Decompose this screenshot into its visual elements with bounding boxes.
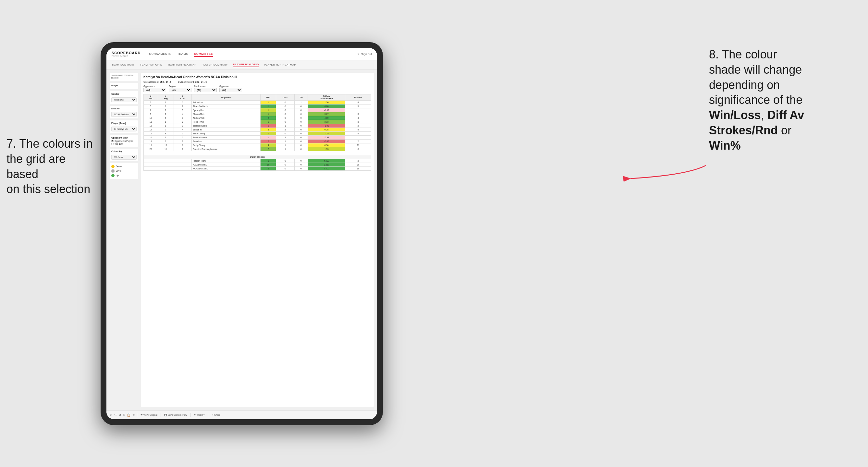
nav-committee[interactable]: COMMITTEE xyxy=(194,52,213,57)
table-row: 14 7 4 Eunice Yi 2 2 0 0.38 9 xyxy=(144,128,371,132)
table-row: NAIA Division 1 15 0 0 9.267 30 xyxy=(144,163,371,167)
toolbar-sep-4 xyxy=(208,413,208,417)
sub-nav: TEAM SUMMARY TEAM H2H GRID TEAM H2H HEAT… xyxy=(106,60,377,69)
filter-row: Opponents: (All) Region (All) Conference xyxy=(144,85,371,92)
col-header-tie: Tie xyxy=(294,94,308,101)
right-arrow xyxy=(621,159,712,185)
col-header-opponent: Opponent xyxy=(192,94,260,101)
legend-dot-up xyxy=(111,174,115,177)
nav-teams[interactable]: TEAMS xyxy=(177,52,188,57)
save-custom-view-btn[interactable]: 💾 Save Custom View xyxy=(163,413,188,417)
division-select[interactable]: NCAA Division III xyxy=(111,112,136,117)
share-icon: ↗ xyxy=(212,414,214,416)
sidebar-colour-by-section: Colour by Win/loss xyxy=(110,149,138,161)
table-row: 5 2 2 Alexis Sudjianto 1 0 0 4.00 3 xyxy=(144,104,371,108)
col-header-rounds: Rounds xyxy=(345,94,371,101)
toolbar-sep-3 xyxy=(190,413,190,417)
toolbar-sep-1 xyxy=(137,413,137,417)
radio-opponents-played[interactable]: Opponents Played xyxy=(111,140,136,142)
watch-btn[interactable]: 👁 Watch ▾ xyxy=(192,413,206,417)
sub-nav-player-h2h-grid[interactable]: PLAYER H2H GRID xyxy=(233,62,259,67)
grid-records: Overall Record: 353 - 34 - 6 Division Re… xyxy=(144,81,371,83)
radio-top-100[interactable]: Top 100 xyxy=(111,143,136,145)
table-row: 6 1 3 Sydney Kuo 1 0 0 -1.00 xyxy=(144,108,371,112)
table-row: 20 11 7 Federica Domecq Lacroze 2 1 0 1.… xyxy=(144,147,371,151)
table-header-row: #Div #Reg #Conf Opponent Win Loss Tie Di… xyxy=(144,94,371,101)
filter-opponents: Opponents: (All) xyxy=(144,85,166,92)
sidebar-gender-section: Gender Women's xyxy=(110,91,138,104)
col-header-conf: #Conf xyxy=(174,94,192,101)
sub-nav-team-h2h-heatmap[interactable]: TEAM H2H HEATMAP xyxy=(167,63,196,67)
main-content: Last Updated: 27/03/2024 16:55:38 Player… xyxy=(106,69,377,410)
nav-right: ℹ Sign out xyxy=(358,53,372,56)
table-row: 18 2 2 Euna Lee 0 1 0 -5.00 2 xyxy=(144,139,371,144)
col-header-reg: #Reg xyxy=(158,94,174,101)
last-updated: Last Updated: 27/03/2024 16:55:38 xyxy=(110,73,138,81)
view-icon: 👁 xyxy=(141,414,143,416)
colour-by-select[interactable]: Win/loss xyxy=(111,155,136,160)
tablet-shell: SCOREBOARD Powered by clippd TOURNAMENTS… xyxy=(101,42,383,425)
col-header-loss: Loss xyxy=(276,94,294,101)
colour-by-label: Colour by xyxy=(111,150,136,153)
legend-dot-down xyxy=(111,165,115,168)
undo-icon[interactable]: ↩ xyxy=(110,413,112,417)
annotation-left: 7. The colours in the grid are based on … xyxy=(6,136,97,197)
radio-circle-opponents-played xyxy=(111,140,114,142)
grid-title: Katelyn Vo Head-to-Head Grid for Women's… xyxy=(144,75,371,79)
sidebar-player-section: Player xyxy=(110,83,138,89)
share-btn[interactable]: ↗ Share xyxy=(210,413,222,417)
opponents-select[interactable]: (All) xyxy=(144,88,166,92)
opponent-view-radio-group: Opponents Played Top 100 xyxy=(111,140,136,145)
nav-items: TOURNAMENTS TEAMS COMMITTEE xyxy=(147,52,358,57)
sub-nav-team-summary[interactable]: TEAM SUMMARY xyxy=(112,63,135,67)
table-row: 13 1 1 Jessica Huang 0 1 0 -3.00 2 xyxy=(144,124,371,128)
legend: Down Level Up xyxy=(110,163,138,179)
paste-icon[interactable]: 📋 xyxy=(127,413,130,417)
table-row-empty xyxy=(144,151,371,155)
player-rank-select[interactable]: 8. Katelyn Vo xyxy=(111,127,136,131)
watch-icon: 👁 xyxy=(194,414,196,416)
table-row: Foreign Team 1 0 0 4.500 2 xyxy=(144,159,371,163)
view-original-btn[interactable]: 👁 View: Original xyxy=(139,413,159,417)
conference-select[interactable]: (All) xyxy=(194,88,217,92)
save-icon: 💾 xyxy=(164,414,167,416)
gender-select[interactable]: Women's xyxy=(111,97,136,102)
player-label: Player xyxy=(111,84,136,87)
nav-tournaments[interactable]: TOURNAMENTS xyxy=(147,52,171,57)
sub-nav-player-summary[interactable]: PLAYER SUMMARY xyxy=(202,63,228,67)
logo: SCOREBOARD Powered by clippd xyxy=(112,51,141,57)
refresh-icon[interactable]: ↻ xyxy=(132,413,135,417)
player-rank-label: Player (Rank) xyxy=(111,122,136,124)
sub-nav-player-h2h-heatmap[interactable]: PLAYER H2H HEATMAP xyxy=(264,63,296,67)
legend-down: Down xyxy=(111,165,136,168)
region-select[interactable]: (All) xyxy=(169,88,191,92)
filter-opponent: Opponent (All) xyxy=(219,85,242,92)
redo-icon[interactable]: ↪ xyxy=(114,413,117,417)
table-row: NCAA Division 2 5 0 0 7.400 10 xyxy=(144,167,371,171)
filter-region: Region (All) xyxy=(169,85,191,92)
legend-up: Up xyxy=(111,174,136,177)
grid-area: Katelyn Vo Head-to-Head Grid for Women's… xyxy=(141,73,374,407)
toolbar: ↩ ↪ ↺ ⎘ 📋 ↻ 👁 View: Original 💾 Save Cust… xyxy=(106,410,377,419)
data-table: #Div #Reg #Conf Opponent Win Loss Tie Di… xyxy=(144,94,371,171)
col-header-win: Win xyxy=(260,94,276,101)
division-label: Division xyxy=(111,107,136,110)
copy-icon[interactable]: ⎘ xyxy=(123,413,125,417)
redo2-icon[interactable]: ↺ xyxy=(119,413,121,417)
sign-out-link[interactable]: Sign out xyxy=(361,53,372,56)
col-header-div: #Div xyxy=(144,94,158,101)
tablet-screen: SCOREBOARD Powered by clippd TOURNAMENTS… xyxy=(106,48,377,419)
table-row: 19 10 6 Emily Chang 4 1 0 0.30 11 xyxy=(144,144,371,147)
table-row: 11 1 2 Heejo Hyun 1 0 0 3.33 3 xyxy=(144,120,371,124)
annotation-right: 8. The colour shade will change dependin… xyxy=(709,47,855,154)
opponent-select[interactable]: (All) xyxy=(219,88,242,92)
opponent-view-label: Opponent view xyxy=(111,136,136,139)
top-nav: SCOREBOARD Powered by clippd TOURNAMENTS… xyxy=(106,48,377,60)
sub-nav-team-h2h-grid[interactable]: TEAM H2H GRID xyxy=(140,63,162,67)
table-row: 15 8 5 Stella Cheng 1 0 0 1.25 4 xyxy=(144,132,371,136)
legend-level: Level xyxy=(111,169,136,173)
out-of-division-header: Out of division xyxy=(144,155,371,159)
sidebar-division-section: Division NCAA Division III xyxy=(110,106,138,119)
legend-dot-level xyxy=(111,169,115,173)
gender-label: Gender xyxy=(111,93,136,95)
